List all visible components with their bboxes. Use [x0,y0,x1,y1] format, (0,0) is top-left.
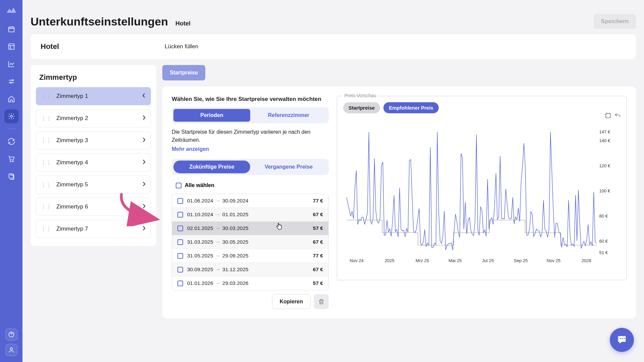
chevron-right-icon [142,226,146,232]
drag-handle-icon[interactable]: ⋮⋮ [41,137,52,143]
nav-divider [7,129,15,129]
page-title: Unterkunftseinstellungen [31,15,168,28]
chevron-right-icon [142,137,146,144]
room-name-label: Zimmertyp 7 [56,226,142,232]
nav-sync[interactable] [4,134,18,148]
period-row[interactable]: 30.09.2025→31.12.2025 67 € [172,263,328,277]
toggle-recommended[interactable]: Empfohlener Preis [383,102,439,113]
period-date-range: 01.10.2024→01.01.2025 [187,212,309,218]
room-type-item[interactable]: ⋮⋮ Zimmertyp 2 [36,109,151,127]
svg-text:Nov 25: Nov 25 [547,258,560,263]
perioden-tab[interactable]: Perioden [173,109,250,122]
toggle-startpreise[interactable]: Startpreise [343,102,380,113]
period-list: 01.06.2024→30.09.2024 77 € 01.10.2024→01… [172,194,329,290]
nav-settings[interactable] [4,109,18,123]
nav-profile[interactable] [5,344,17,356]
period-row[interactable]: 02.01.2025→30.03.2025 57 € [172,222,328,235]
drag-handle-icon[interactable]: ⋮⋮ [41,226,52,232]
trash-icon [318,298,325,305]
chevron-right-icon [142,159,146,166]
room-type-item[interactable]: ⋮⋮ Zimmertyp 3 [36,131,151,149]
delete-button[interactable] [314,294,329,309]
room-types-title: Zimmertyp [36,73,151,87]
svg-point-9 [10,348,12,350]
period-price: 77 € [313,198,323,204]
future-prices-tab[interactable]: Zukünftige Preise [173,161,250,173]
chart-tools [605,112,621,119]
nav-calendar[interactable] [4,22,18,36]
nav-help[interactable] [5,328,17,341]
room-name-label: Zimmertyp 1 [56,93,142,100]
svg-text:Mai 25: Mai 25 [448,258,462,263]
room-name-label: Zimmertyp 3 [56,137,142,144]
drag-handle-icon[interactable]: ⋮⋮ [41,115,52,121]
drag-handle-icon[interactable]: ⋮⋮ [41,182,52,188]
copy-button[interactable]: Kopieren [272,294,311,309]
svg-rect-7 [9,174,13,178]
room-type-item[interactable]: ⋮⋮ Zimmertyp 6 [36,198,151,216]
referenzzimmer-tab[interactable]: Referenzzimmer [250,109,327,122]
nav-analytics[interactable] [4,57,18,71]
nav-sliders[interactable] [4,74,18,88]
chart-svg: 147 €140 €120 €100 €80 €60 €51 €Nov 2420… [343,119,620,266]
drag-handle-icon[interactable]: ⋮⋮ [41,93,52,99]
drag-handle-icon[interactable]: ⋮⋮ [41,204,52,210]
save-button[interactable]: Speichern [594,14,636,29]
svg-text:Mrz 25: Mrz 25 [416,258,429,263]
room-type-item[interactable]: ⋮⋮ Zimmertyp 4 [36,154,151,172]
period-checkbox[interactable] [177,226,183,231]
period-checkbox[interactable] [177,267,183,273]
period-row[interactable]: 01.10.2024→01.01.2025 67 € [172,208,328,222]
select-all-label: Alle wählen [185,182,214,188]
nav-cart[interactable] [4,152,18,166]
period-date-range: 30.09.2025→31.12.2025 [187,266,309,273]
startpreise-button[interactable]: Startpreise [162,65,205,80]
chevron-right-icon [142,115,146,122]
period-row[interactable]: 31.03.2025→30.05.2025 67 € [172,235,328,249]
period-row[interactable]: 01.06.2024→30.09.2024 77 € [172,194,328,208]
period-checkbox[interactable] [177,198,183,204]
svg-point-2 [12,80,13,81]
period-date-range: 02.01.2025→30.03.2025 [187,225,309,231]
nav-house[interactable] [4,92,18,106]
room-type-item[interactable]: ⋮⋮ Zimmertyp 7 [36,220,151,238]
drag-handle-icon[interactable]: ⋮⋮ [41,160,52,166]
period-row[interactable]: 01.01.2026→29.03.2026 57 € [172,277,328,290]
pricing-panel: Wählen Sie, wie Sie Ihre Startpreise ver… [162,86,636,318]
reset-zoom-icon[interactable] [605,112,611,119]
chevron-right-icon [142,203,146,210]
room-name-label: Zimmertyp 2 [56,115,142,122]
select-all-row[interactable]: Alle wählen [172,180,329,191]
period-price: 57 € [313,280,323,286]
period-price: 57 € [313,225,323,231]
svg-text:60 €: 60 € [599,239,608,244]
room-name-label: Zimmertyp 5 [56,181,142,188]
fill-gaps-link[interactable]: Lücken füllen [165,43,198,50]
period-checkbox[interactable] [177,239,183,245]
period-row[interactable]: 31.05.2025→29.09.2025 77 € [172,249,328,263]
hotel-label: Hotel [41,42,165,51]
nav-stack[interactable] [4,169,18,183]
past-prices-tab[interactable]: Vergangene Preise [250,161,327,173]
period-checkbox[interactable] [177,253,183,259]
svg-text:Sep 25: Sep 25 [514,258,528,263]
svg-text:Jul 25: Jul 25 [482,258,494,263]
header-bar: Unterkunftseinstellungen Hotel Speichern [31,8,636,34]
chevron-left-icon [142,93,146,100]
chevron-right-icon [142,181,146,188]
room-type-item[interactable]: ⋮⋮ Zimmertyp 1 [36,87,151,105]
svg-rect-10 [606,113,610,118]
select-all-checkbox[interactable] [176,183,181,188]
svg-text:51 €: 51 € [599,250,608,255]
svg-rect-1 [8,44,14,50]
chat-fab[interactable] [610,328,634,352]
room-type-item[interactable]: ⋮⋮ Zimmertyp 5 [36,176,151,194]
nav-layout[interactable] [4,40,18,54]
svg-point-6 [12,161,13,162]
period-checkbox[interactable] [177,212,183,218]
svg-text:100 €: 100 € [599,188,610,193]
svg-point-4 [10,115,12,117]
period-checkbox[interactable] [177,281,183,286]
show-more-link[interactable]: Mehr anzeigen [172,146,209,152]
undo-icon[interactable] [614,112,621,119]
